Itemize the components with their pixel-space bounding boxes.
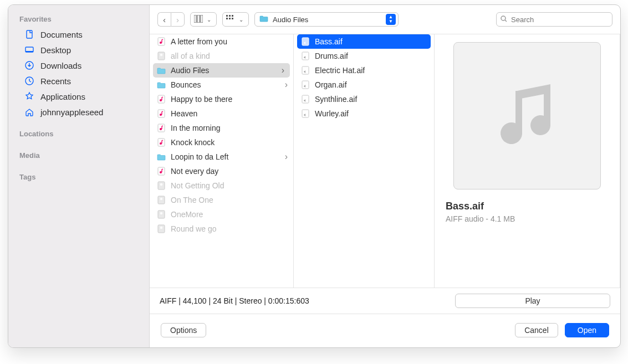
list-item[interactable]: A letter from you xyxy=(150,34,293,49)
sidebar-item-recents[interactable]: Recents xyxy=(8,73,149,89)
folder-icon xyxy=(156,80,166,90)
document-icon xyxy=(24,29,35,40)
location-popup[interactable]: Audio Files ▲▼ xyxy=(254,12,399,27)
list-item-label: Knock knock xyxy=(171,138,215,147)
sidebar-item-label: Applications xyxy=(40,92,85,101)
svg-rect-11 xyxy=(226,18,228,19)
sidebar-heading-media[interactable]: Media xyxy=(8,147,149,163)
sidebar-heading-locations[interactable]: Locations xyxy=(8,125,149,141)
sidebar-item-label: Downloads xyxy=(40,61,81,70)
svg-rect-6 xyxy=(197,15,200,23)
list-item[interactable]: Drums.aif xyxy=(294,49,434,63)
svg-rect-21 xyxy=(158,110,165,117)
list-item[interactable]: Audio Files xyxy=(153,63,290,78)
svg-point-32 xyxy=(160,198,163,201)
options-button[interactable]: Options xyxy=(161,323,206,337)
info-bar: AIFF | 44,100 | 24 Bit | Stereo | 0:00:1… xyxy=(150,288,620,314)
list-item[interactable]: Happy to be there xyxy=(150,92,293,106)
sidebar-item-applications[interactable]: Applications xyxy=(8,89,149,104)
project-file-icon xyxy=(156,195,166,205)
svg-rect-8 xyxy=(226,15,228,17)
cancel-button[interactable]: Cancel xyxy=(515,323,558,337)
svg-point-34 xyxy=(160,212,163,215)
list-item[interactable]: Not Getting Old xyxy=(150,178,293,193)
column-1[interactable]: A letter from youall of a kindAudio File… xyxy=(150,34,294,288)
list-item-label: Not Getting Old xyxy=(171,181,224,190)
sidebar-item-downloads[interactable]: Downloads xyxy=(8,58,149,73)
list-item[interactable]: OneMore xyxy=(150,207,293,222)
list-item-label: Audio Files xyxy=(171,66,209,75)
view-columns-button[interactable]: ⌄ xyxy=(190,12,217,27)
list-item-label: Drums.aif xyxy=(315,52,348,60)
list-item[interactable]: In the morning xyxy=(150,121,293,135)
sidebar-item-desktop[interactable]: Desktop xyxy=(8,42,149,58)
sidebar-item-documents[interactable]: Documents xyxy=(8,27,149,42)
list-item[interactable]: Bounces xyxy=(150,78,293,92)
svg-rect-12 xyxy=(229,18,231,19)
audio-file-icon xyxy=(300,37,310,47)
preview-thumbnail[interactable] xyxy=(453,42,601,189)
list-item[interactable]: all of a kind xyxy=(150,49,293,63)
grid-icon xyxy=(226,15,235,24)
sidebar-item-home[interactable]: johnnyappleseed xyxy=(8,104,149,120)
sidebar-item-label: Recents xyxy=(40,76,71,86)
column-2[interactable]: Bass.aifDrums.aifElectric Hat.aifOrgan.a… xyxy=(294,34,435,288)
project-file-icon xyxy=(156,181,166,191)
list-item-label: Organ.aif xyxy=(315,80,347,89)
chevron-left-icon: ‹ xyxy=(161,15,167,24)
folder-icon xyxy=(259,15,268,24)
app-icon xyxy=(24,91,35,102)
sidebar-heading-tags[interactable]: Tags xyxy=(8,168,149,184)
svg-rect-7 xyxy=(201,15,203,23)
preview-column: Bass.aif AIFF audio - 4.1 MB xyxy=(435,34,620,288)
list-item[interactable]: Wurley.aif xyxy=(294,106,434,121)
list-item-label: On The One xyxy=(171,196,213,204)
list-item[interactable]: Synthline.aif xyxy=(294,92,434,106)
list-item-label: Synthline.aif xyxy=(315,95,357,104)
svg-rect-2 xyxy=(25,51,33,52)
list-item[interactable]: Round we go xyxy=(150,222,293,236)
list-item-label: Heaven xyxy=(171,109,197,118)
forward-button[interactable]: › xyxy=(171,12,185,27)
svg-rect-0 xyxy=(27,30,32,38)
group-by-button[interactable]: ⌄ xyxy=(222,12,249,27)
columns-icon xyxy=(194,15,203,24)
audio-file-icon xyxy=(300,51,310,61)
list-item[interactable]: On The One xyxy=(150,193,293,207)
open-button[interactable]: Open xyxy=(565,323,609,337)
svg-point-18 xyxy=(160,54,163,57)
list-item-label: Not every day xyxy=(171,167,218,176)
list-item-label: all of a kind xyxy=(171,52,210,60)
list-item-label: Electric Hat.aif xyxy=(315,66,365,75)
column-view: A letter from youall of a kindAudio File… xyxy=(150,34,620,288)
location-popup-label: Audio Files xyxy=(273,16,308,24)
audio-file-icon xyxy=(300,94,310,104)
audio-file-icon xyxy=(300,109,310,119)
list-item[interactable]: Bass.aif xyxy=(297,34,431,49)
download-icon xyxy=(24,60,35,71)
song-file-icon xyxy=(156,137,166,147)
list-item[interactable]: Loopin to da Left xyxy=(150,150,293,164)
list-item[interactable]: Not every day xyxy=(150,164,293,178)
play-button[interactable]: Play xyxy=(455,294,610,308)
list-item-label: Loopin to da Left xyxy=(171,152,228,161)
search-input[interactable] xyxy=(511,16,609,24)
home-icon xyxy=(24,106,35,117)
list-item[interactable]: Organ.aif xyxy=(294,78,434,92)
desktop-icon xyxy=(24,44,35,55)
svg-rect-19 xyxy=(158,95,165,103)
search-field[interactable] xyxy=(496,12,612,27)
audio-file-icon xyxy=(300,65,310,75)
svg-rect-23 xyxy=(158,124,165,132)
list-item-label: A letter from you xyxy=(171,37,227,46)
audio-file-icon xyxy=(300,80,310,90)
list-item[interactable]: Electric Hat.aif xyxy=(294,63,434,78)
nav-group: ‹ › xyxy=(157,12,185,27)
audio-status: AIFF | 44,100 | 24 Bit | Stereo | 0:00:1… xyxy=(160,296,448,305)
back-button[interactable]: ‹ xyxy=(157,12,171,27)
preview-filename: Bass.aif xyxy=(446,201,609,212)
project-file-icon xyxy=(156,209,166,219)
list-item[interactable]: Heaven xyxy=(150,106,293,121)
list-item[interactable]: Knock knock xyxy=(150,135,293,150)
project-file-icon xyxy=(156,224,166,234)
